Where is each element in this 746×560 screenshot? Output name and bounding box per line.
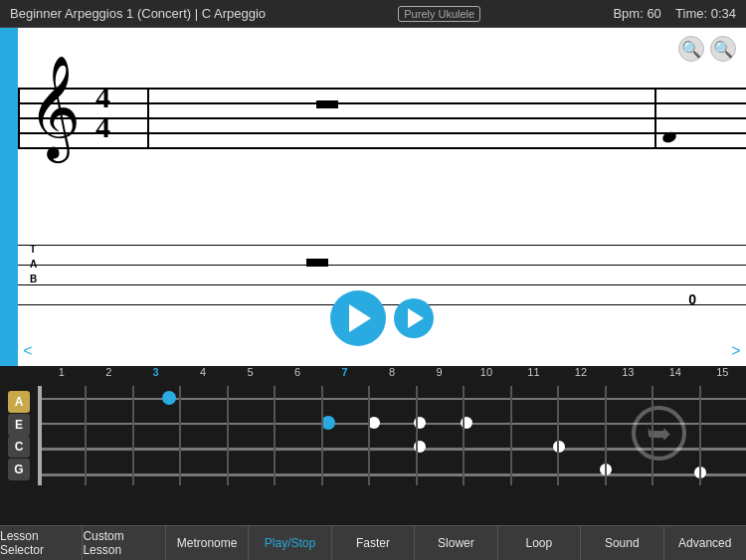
fretboard-visual: ➥ [38,386,746,485]
staff-line-2 [18,102,746,104]
fret-line-9 [463,386,465,485]
fret-num-9: 9 [416,366,463,386]
step-forward-button[interactable] [394,298,434,338]
fret-dot-A3 [162,391,176,405]
fret-num-15: 15 [699,366,746,386]
toolbar-btn-slower[interactable]: Slower [415,526,497,560]
bar-line-1 [147,88,149,149]
toolbar: Lesson SelectorCustom LessonMetronomePla… [0,525,746,560]
fret-num-11: 11 [510,366,557,386]
bar-line-2 [654,88,656,149]
toolbar-btn-advanced[interactable]: Advanced [664,526,746,560]
string-label-G: G [8,459,30,480]
fretboard-area: 123456789101112131415 A E C G [0,366,746,495]
tab-line-2 [18,265,746,266]
fret-num-3: 3 [132,366,179,386]
fret-num-13: 13 [605,366,652,386]
fret-num-6: 6 [274,366,320,386]
string-label-A: A [8,391,30,413]
fret-line-14 [699,386,701,485]
scroll-left-button[interactable]: < [18,341,38,361]
toolbar-btn-play-stop[interactable]: Play/Stop [249,526,331,560]
fret-num-5: 5 [227,366,274,386]
staff-line-4 [18,132,746,134]
time-display: Time: 0:34 [675,6,736,21]
fret-numbers-row: 123456789101112131415 [38,366,746,386]
bar-line-start [18,88,20,149]
top-staff [18,88,746,147]
fret-num-14: 14 [652,366,698,386]
toolbar-btn-custom-lesson[interactable]: Custom Lesson [83,526,165,560]
header-logo: Purely Ukulele [398,6,480,22]
fret-line-11 [557,386,559,485]
toolbar-btn-faster[interactable]: Faster [332,526,415,560]
toolbar-btn-lesson-selector[interactable]: Lesson Selector [0,526,83,560]
header-title: Beginner Arpeggios 1 (Concert) | C Arpeg… [10,6,266,21]
fret-line-4 [227,386,229,485]
fret-num-2: 2 [85,366,131,386]
toolbar-btn-loop[interactable]: Loop [498,526,581,560]
fret-line-3 [179,386,181,485]
score-blue-bar [0,28,18,366]
scroll-right-button[interactable]: > [726,341,746,361]
fret-line-10 [510,386,512,485]
string-label-C: C [8,436,30,458]
tab-line-3 [18,284,746,285]
fret-line-2 [132,386,134,485]
staff-container: 𝄞 4 4 TAB [18,28,746,366]
header-info: Bpm: 60 Time: 0:34 [613,6,736,21]
fret-num-1: 1 [38,366,85,386]
fret-line-13 [652,386,653,485]
score-area: 🔍 🔍 𝄞 4 4 TAB [0,28,746,366]
tab-line-1 [18,245,746,246]
half-rest-symbol [316,100,338,108]
fret-line-7 [368,386,370,485]
string-label-E: E [8,414,30,436]
staff-line-3 [18,117,746,119]
tab-number: 0 [688,291,696,307]
string-line-A [38,398,746,400]
fret-line-8 [416,386,418,485]
fret-num-7: 7 [321,366,368,386]
step-forward-icon [408,308,424,328]
fret-num-12: 12 [557,366,604,386]
fret-line-6 [321,386,323,485]
play-button[interactable] [330,290,386,346]
staff-line-1 [18,88,746,90]
toolbar-btn-sound[interactable]: Sound [581,526,663,560]
fret-num-10: 10 [463,366,509,386]
fret-line-5 [274,386,276,485]
staff-line-5 [18,147,746,149]
string-line-G [38,473,746,476]
tab-rest-symbol [306,259,328,267]
fret-num-4: 4 [179,366,226,386]
fret-line-12 [605,386,607,485]
header-bar: Beginner Arpeggios 1 (Concert) | C Arpeg… [0,0,746,28]
fret-line-0 [38,386,42,485]
toolbar-btn-metronome[interactable]: Metronome [166,526,249,560]
play-icon [349,304,371,332]
fret-dot-E7 [321,416,335,430]
play-overlay [330,290,434,346]
string-labels: A E C G [0,386,38,485]
fret-line-1 [85,386,87,485]
fret-num-8: 8 [368,366,415,386]
bpm-display: Bpm: 60 [613,6,660,21]
loop-circle-icon: ➥ [632,406,686,461]
